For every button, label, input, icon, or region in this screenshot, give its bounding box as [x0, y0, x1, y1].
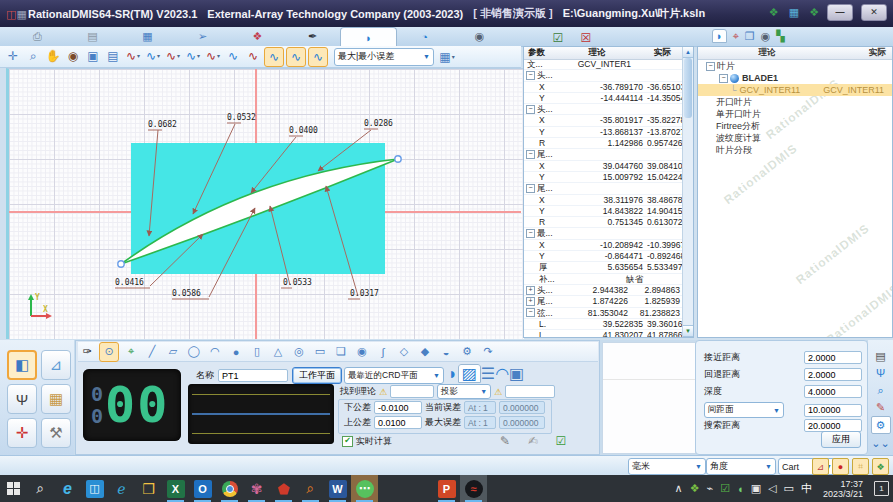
taskbar-outlook[interactable]: O	[189, 475, 216, 502]
title-tool-transfer-icon[interactable]: ❖	[809, 6, 819, 19]
realtime-checkbox[interactable]: ✔	[342, 436, 353, 447]
table-row[interactable]: −头...	[524, 70, 683, 81]
table-row[interactable]: Y-0.864471-0.892468	[524, 251, 683, 262]
confirm-icon[interactable]: ☑	[549, 29, 567, 47]
close-button[interactable]: ✕	[861, 4, 887, 21]
dock-toolbox-button[interactable]: ▦	[41, 384, 71, 414]
tab-pointer[interactable]: ➢	[175, 27, 230, 46]
table-row[interactable]: L.39.52283539.360164	[524, 319, 683, 330]
start-button[interactable]	[0, 475, 27, 502]
tool-profile-view-2[interactable]: ∿	[286, 47, 306, 67]
camera-icon[interactable]: ◉	[761, 30, 771, 43]
taskbar-wangwang[interactable]: ◫	[81, 475, 108, 502]
app-logo-icon[interactable]: ◫	[6, 8, 16, 20]
tool-grid-view[interactable]: ▦▾	[438, 48, 456, 66]
tray-volume-icon[interactable]: ◁	[768, 482, 776, 495]
tool-profile-view-3[interactable]: ∿	[308, 47, 328, 67]
probe-icon[interactable]: Ψ	[872, 365, 890, 381]
geo-cone[interactable]: △	[269, 343, 287, 361]
table-row[interactable]: −尾...	[524, 149, 683, 160]
probe-param-input[interactable]	[804, 404, 862, 417]
table-row[interactable]: −弦...81.35304281.238823	[524, 308, 683, 319]
print-icon[interactable]: ▤	[872, 348, 890, 364]
table-row[interactable]: X-36.789170-36.651032	[524, 82, 683, 93]
dock-probe-button[interactable]: Ψ	[7, 384, 37, 414]
table-row[interactable]: 文...GCV_INTER1	[524, 59, 683, 70]
tab-document[interactable]: ▤	[65, 27, 120, 46]
projection-input[interactable]	[505, 385, 555, 398]
collapse-icon[interactable]: −	[526, 71, 535, 80]
axes-icon[interactable]: ⌖	[733, 30, 739, 43]
status-coord-icon[interactable]: ⊿	[812, 458, 829, 475]
table-row[interactable]: X-10.208942-10.399676	[524, 240, 683, 251]
tool-blade-align[interactable]: ∿▾	[184, 47, 202, 65]
error-mode-dropdown[interactable]: 最大|最小误差 ▼	[334, 48, 434, 66]
nearest-plane-dropdown[interactable]: 最靠近的CRD平面 ▼	[344, 367, 444, 384]
taskbar-search[interactable]: ⌕	[27, 475, 54, 502]
tool-view-eye[interactable]: ◉	[64, 47, 82, 65]
apply-button[interactable]: 应用	[821, 431, 861, 448]
table-row[interactable]: 厚5.6356545.533497	[524, 262, 683, 273]
scroll-down-icon[interactable]: ▼	[683, 325, 693, 337]
tool-blade-report[interactable]: ∿	[224, 47, 242, 65]
tray-ime[interactable]: 中	[801, 481, 812, 496]
geo-plane[interactable]: ▱	[164, 343, 182, 361]
geo-point-axis[interactable]: ⌖	[122, 343, 140, 361]
tool-zoom-select[interactable]: ⌕	[24, 47, 42, 65]
status-cad-icon[interactable]: ❖	[872, 458, 889, 475]
tab-display[interactable]: ▦	[120, 27, 175, 46]
geo-ellipse[interactable]: ◎	[290, 343, 308, 361]
spacing-plane-dropdown[interactable]: 间距面▼	[704, 402, 784, 418]
tool-blade-compare[interactable]: ∿	[244, 47, 262, 65]
delete-icon[interactable]: ☒	[577, 29, 595, 47]
tray-usb-icon[interactable]: ⌁	[707, 482, 714, 495]
geo-point[interactable]: ⊙	[99, 342, 119, 362]
geo-hook[interactable]: ↷	[479, 343, 497, 361]
tab-ink[interactable]: ✒	[285, 27, 340, 46]
table-row[interactable]: L.41.83020741.878660	[524, 330, 683, 337]
table-row[interactable]: X39.04476039.084101	[524, 161, 683, 172]
tray-wechat-icon[interactable]: ◖	[737, 483, 744, 495]
tool-profile-view-1[interactable]: ∿	[264, 47, 284, 67]
probe-edit-icon[interactable]: ✎	[872, 399, 890, 415]
tree-item-blade-segment[interactable]: 叶片分段	[698, 144, 892, 156]
table-row[interactable]: −头...	[524, 104, 683, 115]
units-dropdown[interactable]: 毫米 ▼	[628, 458, 706, 475]
tree-item-gcv-inter11[interactable]: └GCV_INTER11GCV_INTER11	[698, 84, 892, 96]
column-header-theory[interactable]: 理论	[562, 47, 632, 59]
geo-slot[interactable]: ▭	[311, 343, 329, 361]
tray-camera-icon[interactable]: ▣	[751, 482, 761, 495]
taskbar-chrome[interactable]	[216, 475, 243, 502]
status-ruler-icon[interactable]: ⌗	[852, 458, 869, 475]
tray-antivirus-icon[interactable]: ☑	[720, 482, 730, 495]
measure-tab-probe[interactable]: ◗	[448, 365, 458, 382]
tray-display-icon[interactable]: ▭	[784, 482, 794, 495]
tool-blade-fit[interactable]: ∿▾	[164, 47, 182, 65]
dock-gauge-button[interactable]: ⊿	[41, 350, 71, 380]
workplane-button[interactable]: 工作平面	[292, 367, 342, 384]
angle-dropdown[interactable]: 角度 ▼	[706, 458, 776, 475]
tool-pan-hand[interactable]: ✋	[44, 47, 62, 65]
search-icon[interactable]: ⌕	[872, 382, 890, 398]
table-row[interactable]: +尾...1.8742261.825939	[524, 296, 683, 307]
dock-axes-button[interactable]: ✛	[7, 418, 37, 448]
probe-param-input[interactable]	[804, 368, 862, 381]
tab-disc[interactable]: ◔	[397, 27, 452, 46]
window-icon[interactable]: ❐	[745, 30, 755, 43]
table-row[interactable]: Y14.84382214.904156	[524, 206, 683, 217]
table-row[interactable]: R1.1429860.957426	[524, 138, 683, 149]
geo-disc[interactable]: ◉	[353, 343, 371, 361]
geo-circle[interactable]: ◯	[185, 343, 203, 361]
tool-display-mode[interactable]: ▤	[104, 47, 122, 65]
tool-blade-scan[interactable]: ∿▾	[124, 47, 142, 65]
title-tool-compare-icon[interactable]: ❖	[769, 6, 779, 19]
geo-gear[interactable]: ⚙	[458, 343, 476, 361]
taskbar-paint[interactable]: ✾	[243, 475, 270, 502]
blade-view-icon[interactable]: ◗	[712, 29, 727, 43]
collapse-icon[interactable]: −	[526, 184, 535, 193]
geo-line[interactable]: ╱	[143, 343, 161, 361]
dock-calibrate-button[interactable]: ⚒	[41, 418, 71, 448]
taskbar-rationaldmis[interactable]: ≈	[460, 475, 487, 502]
geo-washer[interactable]: ◒	[437, 343, 455, 361]
collapse-icon[interactable]: −	[526, 229, 535, 238]
